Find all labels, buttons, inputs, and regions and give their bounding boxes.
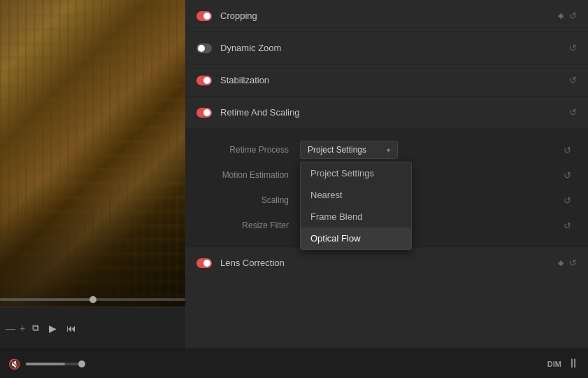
retime-scaling-reset-icon[interactable]: ↺ bbox=[569, 107, 577, 118]
lens-correction-toggle[interactable] bbox=[196, 258, 212, 268]
dropdown-item-frame-blend[interactable]: Frame Blend bbox=[301, 206, 411, 227]
retime-dropdown-menu: Project Settings Nearest Frame Blend Opt… bbox=[300, 162, 412, 250]
retime-process-dropdown[interactable]: Project Settings ▾ bbox=[300, 141, 398, 159]
dropdown-item-optical-flow[interactable]: Optical Flow bbox=[301, 227, 411, 249]
volume-fill bbox=[26, 363, 65, 365]
lens-correction-label: Lens Correction bbox=[220, 258, 555, 268]
scaling-reset[interactable]: ↺ bbox=[564, 195, 571, 206]
cropping-diamond-icon[interactable]: ◆ bbox=[558, 11, 564, 20]
retime-process-row: Retime Process Project Settings ▾ Projec… bbox=[196, 137, 577, 162]
retime-scaling-section: Retime And Scaling ↺ bbox=[185, 97, 588, 129]
zoom-minus-icon[interactable]: — bbox=[6, 323, 15, 334]
retime-params-panel: Retime Process Project Settings ▾ Projec… bbox=[185, 129, 588, 247]
volume-handle[interactable] bbox=[78, 360, 85, 368]
resize-filter-reset[interactable]: ↺ bbox=[564, 220, 571, 231]
cropping-section: Cropping ◆ ↺ bbox=[185, 0, 588, 32]
cropping-toggle[interactable] bbox=[196, 11, 212, 21]
timeline-bar[interactable] bbox=[0, 298, 185, 301]
retime-process-label: Retime Process bbox=[202, 145, 300, 155]
stabilization-reset-icon[interactable]: ↺ bbox=[569, 75, 577, 85]
retime-process-value: Project Settings ▾ Project Settings Near… bbox=[300, 141, 555, 159]
zoom-plus-icon[interactable]: + bbox=[20, 323, 25, 334]
timeline-handle[interactable] bbox=[89, 296, 96, 303]
scaling-label: Scaling bbox=[202, 195, 300, 205]
cropping-label: Cropping bbox=[220, 10, 555, 21]
lens-correction-section: Lens Correction ◆ ↺ bbox=[185, 247, 588, 279]
dropdown-item-nearest[interactable]: Nearest bbox=[301, 184, 411, 206]
preview-image bbox=[0, 0, 185, 307]
bottom-bar: 🔇 DIM ⏸ bbox=[0, 349, 588, 378]
skip-back-button[interactable]: ⏮ bbox=[64, 320, 79, 337]
stabilization-toggle[interactable] bbox=[196, 76, 212, 85]
lens-correction-diamond-icon[interactable]: ◆ bbox=[558, 258, 564, 267]
retime-process-reset[interactable]: ↺ bbox=[564, 145, 571, 155]
dropdown-item-project-settings[interactable]: Project Settings bbox=[301, 162, 411, 184]
chevron-down-icon: ▾ bbox=[387, 146, 390, 154]
timeline-fill bbox=[0, 298, 93, 301]
volume-icon[interactable]: 🔇 bbox=[8, 358, 20, 370]
stabilization-section: Stabilization ↺ bbox=[185, 64, 588, 97]
retime-scaling-toggle[interactable] bbox=[196, 108, 212, 118]
clip-button[interactable]: ⧉ bbox=[29, 319, 42, 337]
pause-button[interactable]: ⏸ bbox=[567, 356, 580, 371]
motion-estimation-reset[interactable]: ↺ bbox=[564, 170, 571, 181]
retime-process-selected: Project Settings bbox=[308, 145, 366, 155]
preview-controls: — + ⧉ ▶ ⏮ bbox=[0, 307, 185, 349]
volume-slider[interactable] bbox=[26, 363, 82, 365]
preview-panel: — + ⧉ ▶ ⏮ bbox=[0, 0, 185, 349]
settings-panel: Cropping ◆ ↺ Dynamic Zoom ↺ Stabilizatio… bbox=[185, 0, 588, 349]
dim-label: DIM bbox=[547, 360, 561, 368]
dynamic-zoom-label: Dynamic Zoom bbox=[220, 43, 564, 53]
lens-correction-reset-icon[interactable]: ↺ bbox=[569, 258, 577, 268]
retime-scaling-label: Retime And Scaling bbox=[220, 107, 564, 118]
cropping-reset-icon[interactable]: ↺ bbox=[569, 10, 577, 21]
motion-estimation-label: Motion Estimation bbox=[202, 170, 300, 180]
stabilization-label: Stabilization bbox=[220, 75, 564, 85]
dynamic-zoom-section: Dynamic Zoom ↺ bbox=[185, 32, 588, 64]
play-forward-button[interactable]: ▶ bbox=[46, 320, 59, 337]
resize-filter-label: Resize Filter bbox=[202, 220, 300, 230]
dynamic-zoom-reset-icon[interactable]: ↺ bbox=[569, 43, 577, 53]
dynamic-zoom-toggle[interactable] bbox=[196, 43, 212, 53]
